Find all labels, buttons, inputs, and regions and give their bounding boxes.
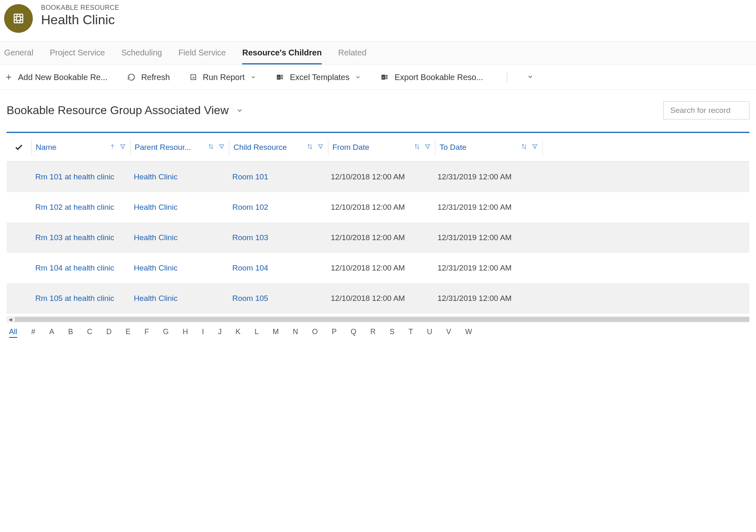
alpha-filter-b[interactable]: B xyxy=(68,328,73,338)
filter-icon[interactable] xyxy=(424,143,431,152)
cell-parent[interactable]: Health Clinic xyxy=(134,172,178,181)
alpha-filter-o[interactable]: O xyxy=(312,328,318,338)
table-row[interactable]: Rm 101 at health clinicHealth ClinicRoom… xyxy=(7,162,749,192)
export-button[interactable]: x Export Bookable Reso... xyxy=(380,73,483,82)
svg-rect-6 xyxy=(281,77,283,78)
alpha-filter-s[interactable]: S xyxy=(389,328,394,338)
tab-related[interactable]: Related xyxy=(338,41,367,64)
sort-asc-icon[interactable] xyxy=(110,143,115,152)
row-selector[interactable] xyxy=(7,162,31,192)
sort-icon[interactable] xyxy=(521,143,527,152)
alpha-filter-all[interactable]: All xyxy=(9,328,17,338)
entity-type-label: BOOKABLE RESOURCE xyxy=(41,4,119,11)
cell-name[interactable]: Rm 101 at health clinic xyxy=(35,172,114,181)
alpha-filter-c[interactable]: C xyxy=(87,328,92,338)
table-row[interactable]: Rm 103 at health clinicHealth ClinicRoom… xyxy=(7,222,749,253)
cell-child[interactable]: Room 102 xyxy=(232,203,268,212)
alpha-filter-m[interactable]: M xyxy=(273,328,279,338)
filter-icon[interactable] xyxy=(531,143,538,152)
alpha-filter-v[interactable]: V xyxy=(446,328,451,338)
column-label: Child Resource xyxy=(234,143,307,152)
excel-templates-label: Excel Templates xyxy=(290,73,349,82)
column-header-name[interactable]: Name xyxy=(32,133,130,161)
tab-resources-children[interactable]: Resource's Children xyxy=(242,41,322,64)
filter-icon[interactable] xyxy=(218,143,225,152)
cell-child[interactable]: Room 104 xyxy=(232,264,268,273)
row-selector[interactable] xyxy=(7,192,31,222)
alpha-filter-f[interactable]: F xyxy=(144,328,149,338)
column-header-from-date[interactable]: From Date xyxy=(328,133,435,161)
row-selector[interactable] xyxy=(7,283,31,314)
horizontal-scrollbar[interactable]: ◀ xyxy=(7,316,749,323)
alpha-filter-j[interactable]: J xyxy=(218,328,222,338)
table-row[interactable]: Rm 102 at health clinicHealth ClinicRoom… xyxy=(7,192,749,222)
run-report-button[interactable]: Run Report xyxy=(190,73,256,82)
alpha-filter-t[interactable]: T xyxy=(408,328,413,338)
alpha-filter-q[interactable]: Q xyxy=(351,328,356,338)
tab-field-service[interactable]: Field Service xyxy=(179,41,226,64)
column-label: Name xyxy=(36,143,110,152)
cell-to-date: 12/31/2019 12:00 AM xyxy=(438,203,512,212)
column-header-child[interactable]: Child Resource xyxy=(229,133,328,161)
sort-icon[interactable] xyxy=(208,143,214,152)
alpha-filter-#[interactable]: # xyxy=(31,328,35,338)
alpha-filter-e[interactable]: E xyxy=(126,328,131,338)
row-selector[interactable] xyxy=(7,253,31,283)
add-new-button[interactable]: Add New Bookable Re... xyxy=(5,73,108,82)
cell-parent[interactable]: Health Clinic xyxy=(134,203,178,212)
cell-from-date: 12/10/2018 12:00 AM xyxy=(331,203,405,212)
alpha-filter-g[interactable]: G xyxy=(163,328,169,338)
select-all-checkbox[interactable] xyxy=(7,133,31,161)
cell-parent[interactable]: Health Clinic xyxy=(134,264,178,273)
alpha-filter-h[interactable]: H xyxy=(183,328,188,338)
alpha-filter-n[interactable]: N xyxy=(293,328,298,338)
tab-general[interactable]: General xyxy=(4,41,33,64)
tab-project-service[interactable]: Project Service xyxy=(50,41,105,64)
alpha-filter-d[interactable]: D xyxy=(106,328,112,338)
scroll-left-icon[interactable]: ◀ xyxy=(7,316,13,323)
chevron-down-icon xyxy=(527,73,534,82)
alpha-filter-w[interactable]: W xyxy=(465,328,472,338)
more-commands-button[interactable] xyxy=(527,73,534,82)
column-header-parent[interactable]: Parent Resour... xyxy=(131,133,229,161)
view-selector[interactable]: Bookable Resource Group Associated View xyxy=(7,104,243,117)
column-header-to-date[interactable]: To Date xyxy=(435,133,542,161)
table-row[interactable]: Rm 104 at health clinicHealth ClinicRoom… xyxy=(7,253,749,283)
sort-icon[interactable] xyxy=(307,143,313,152)
chevron-down-icon xyxy=(355,73,361,82)
alpha-filter-l[interactable]: L xyxy=(254,328,259,338)
cell-parent[interactable]: Health Clinic xyxy=(134,294,178,303)
cell-child[interactable]: Room 101 xyxy=(232,172,268,181)
svg-rect-0 xyxy=(14,14,23,23)
alpha-filter-a[interactable]: A xyxy=(49,328,54,338)
cell-name[interactable]: Rm 103 at health clinic xyxy=(35,233,114,242)
refresh-button[interactable]: Refresh xyxy=(127,73,170,82)
search-input[interactable]: Search for record xyxy=(663,101,749,119)
row-selector[interactable] xyxy=(7,222,31,253)
svg-rect-11 xyxy=(386,77,388,78)
svg-rect-1 xyxy=(16,16,20,20)
filter-icon[interactable] xyxy=(119,143,126,152)
cell-parent[interactable]: Health Clinic xyxy=(134,233,178,242)
cell-name[interactable]: Rm 105 at health clinic xyxy=(35,294,114,303)
sort-icon[interactable] xyxy=(414,143,420,152)
alpha-filter-i[interactable]: I xyxy=(202,328,204,338)
cell-to-date: 12/31/2019 12:00 AM xyxy=(438,294,512,303)
alpha-filter-p[interactable]: P xyxy=(332,328,337,338)
cell-child[interactable]: Room 103 xyxy=(232,233,268,242)
cell-name[interactable]: Rm 102 at health clinic xyxy=(35,203,114,212)
tab-scheduling[interactable]: Scheduling xyxy=(121,41,162,64)
table-row[interactable]: Rm 105 at health clinicHealth ClinicRoom… xyxy=(7,283,749,314)
chevron-down-icon xyxy=(250,73,256,82)
alpha-filter-k[interactable]: K xyxy=(236,328,241,338)
cell-child[interactable]: Room 105 xyxy=(232,294,268,303)
excel-icon: x xyxy=(276,73,284,81)
cell-name[interactable]: Rm 104 at health clinic xyxy=(35,264,114,273)
alpha-filter-r[interactable]: R xyxy=(370,328,376,338)
excel-templates-button[interactable]: x Excel Templates xyxy=(276,73,361,82)
filter-icon[interactable] xyxy=(317,143,324,152)
alpha-filter-u[interactable]: U xyxy=(427,328,432,338)
scrollbar-thumb[interactable] xyxy=(15,317,749,322)
export-label: Export Bookable Reso... xyxy=(394,73,483,82)
run-report-label: Run Report xyxy=(203,73,245,82)
